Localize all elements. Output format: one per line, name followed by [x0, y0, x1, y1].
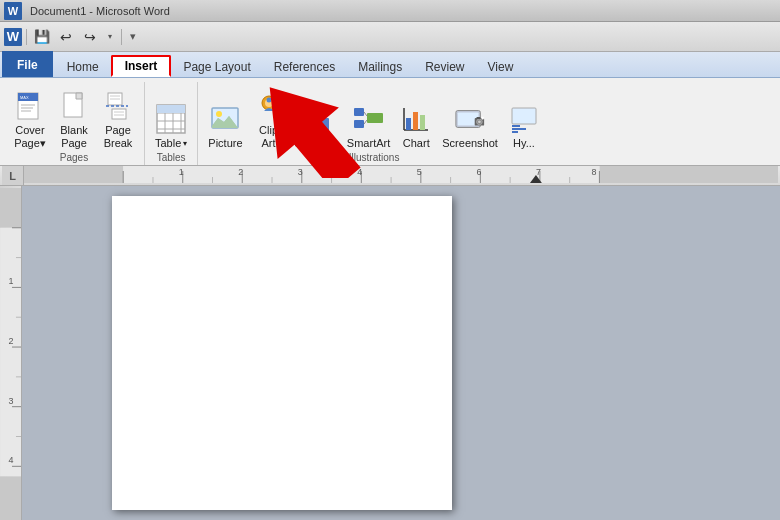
screenshot-icon	[454, 103, 486, 135]
svg-rect-50	[477, 117, 481, 119]
title-bar: W Document1 - Microsoft Word	[0, 0, 780, 22]
chart-icon	[400, 103, 432, 135]
shapes-dropdown: ▾	[333, 139, 337, 149]
screenshot-button[interactable]: Screenshot	[438, 101, 502, 152]
svg-text:8: 8	[591, 167, 596, 177]
svg-text:1: 1	[8, 276, 13, 286]
svg-rect-22	[157, 105, 165, 113]
table-dropdown-arrow: ▾	[183, 139, 187, 149]
table-button[interactable]: table ▾	[151, 101, 191, 152]
qa-separator-1	[26, 29, 27, 45]
hyperlink-icon	[508, 103, 540, 135]
clip-art-icon	[253, 90, 285, 122]
tables-group-label: Tables	[151, 152, 191, 165]
svg-text:MAX: MAX	[20, 95, 29, 100]
picture-label: Picture	[208, 137, 242, 150]
svg-rect-10	[112, 109, 126, 119]
screenshot-label: Screenshot	[442, 137, 498, 150]
ruler-top: L	[0, 166, 780, 186]
hyperlink-button[interactable]: Hy...	[504, 101, 544, 152]
svg-point-49	[478, 120, 481, 123]
save-button[interactable]: 💾	[31, 26, 53, 48]
cover-page-label: Cover Page▾	[14, 124, 46, 150]
tab-file[interactable]: File	[2, 51, 53, 77]
cover-page-button[interactable]: MAX Cover Page▾	[10, 88, 50, 152]
ribbon-group-illustrations: Picture Clip A	[198, 82, 548, 165]
ribbon-group-pages: MAX Cover Page▾	[4, 82, 145, 165]
picture-icon	[209, 103, 241, 135]
ruler-corner[interactable]: L	[2, 166, 24, 186]
ribbon: MAX Cover Page▾	[0, 78, 780, 166]
svg-rect-37	[367, 113, 383, 123]
ruler-scale: 1 2 3 4 5 6 7 8	[24, 166, 778, 185]
tab-references[interactable]: References	[263, 55, 346, 77]
page-break-label: Page Break	[104, 124, 133, 150]
svg-rect-87	[0, 476, 21, 520]
svg-text:4: 4	[357, 167, 362, 177]
svg-text:3: 3	[8, 396, 13, 406]
undo-button[interactable]: ↩	[55, 26, 77, 48]
svg-rect-42	[406, 118, 411, 130]
quick-access-toolbar: W 💾 ↩ ↪ ▾ ▾	[0, 22, 780, 52]
smartart-icon	[353, 103, 385, 135]
picture-button[interactable]: Picture	[204, 101, 246, 152]
shapes-button[interactable]: Shapes ▾	[291, 101, 341, 152]
page-break-button[interactable]: Page Break	[98, 88, 138, 152]
tab-page-layout[interactable]: Page Layout	[172, 55, 261, 77]
blank-page-label: Blank Page	[60, 124, 88, 150]
svg-rect-53	[512, 108, 536, 124]
qa-separator-2	[121, 29, 122, 45]
svg-rect-58	[599, 166, 778, 183]
smartart-label: SmartArt	[347, 137, 390, 150]
chart-button[interactable]: Chart	[396, 101, 436, 152]
blank-page-button[interactable]: Blank Page	[54, 88, 94, 152]
svg-text:4: 4	[8, 455, 13, 465]
pages-group-label: Pages	[10, 152, 138, 165]
ribbon-tabs: File Home Insert Page Layout References …	[0, 52, 780, 78]
pages-items: MAX Cover Page▾	[10, 86, 138, 152]
tables-items: table ▾	[151, 86, 191, 152]
shapes-label: Shapes ▾	[295, 137, 337, 150]
word-app-icon: W	[4, 28, 22, 46]
document-area: 1 2 3 4	[0, 186, 780, 520]
tab-insert[interactable]: Insert	[111, 55, 172, 77]
redo-button[interactable]: ↪	[79, 26, 101, 48]
page-break-icon	[102, 90, 134, 122]
svg-rect-25	[181, 105, 185, 113]
svg-rect-36	[354, 120, 364, 128]
svg-rect-35	[354, 108, 364, 116]
svg-text:6: 6	[476, 167, 481, 177]
table-icon	[155, 103, 187, 135]
svg-rect-43	[413, 112, 418, 130]
tab-mailings[interactable]: Mailings	[347, 55, 413, 77]
cover-page-icon: MAX	[14, 90, 46, 122]
main-content	[22, 186, 780, 520]
tab-home[interactable]: Home	[56, 55, 110, 77]
svg-rect-23	[165, 105, 173, 113]
svg-line-39	[364, 120, 367, 124]
svg-point-31	[266, 97, 271, 102]
illustrations-group-label: Illustrations	[204, 152, 544, 165]
hyperlink-label: Hy...	[513, 137, 535, 150]
svg-text:3: 3	[298, 167, 303, 177]
svg-point-27	[216, 111, 222, 117]
svg-rect-57	[24, 166, 123, 183]
document-page[interactable]	[112, 196, 452, 510]
vertical-ruler: 1 2 3 4	[0, 186, 22, 520]
svg-text:1: 1	[179, 167, 184, 177]
svg-rect-44	[420, 115, 425, 130]
smartart-button[interactable]: SmartArt	[343, 101, 394, 152]
tab-view[interactable]: View	[477, 55, 525, 77]
svg-rect-24	[173, 105, 181, 113]
quick-access-customize[interactable]: ▾	[103, 26, 117, 48]
tab-review[interactable]: Review	[414, 55, 475, 77]
svg-text:2: 2	[8, 336, 13, 346]
svg-rect-32	[315, 118, 329, 132]
svg-text:7: 7	[536, 167, 541, 177]
clip-art-button[interactable]: Clip Art	[249, 88, 289, 152]
shapes-icon	[300, 103, 332, 135]
blank-page-icon	[58, 90, 90, 122]
clip-art-label: Clip Art	[259, 124, 278, 150]
word-icon: W	[4, 2, 22, 20]
svg-text:2: 2	[238, 167, 243, 177]
